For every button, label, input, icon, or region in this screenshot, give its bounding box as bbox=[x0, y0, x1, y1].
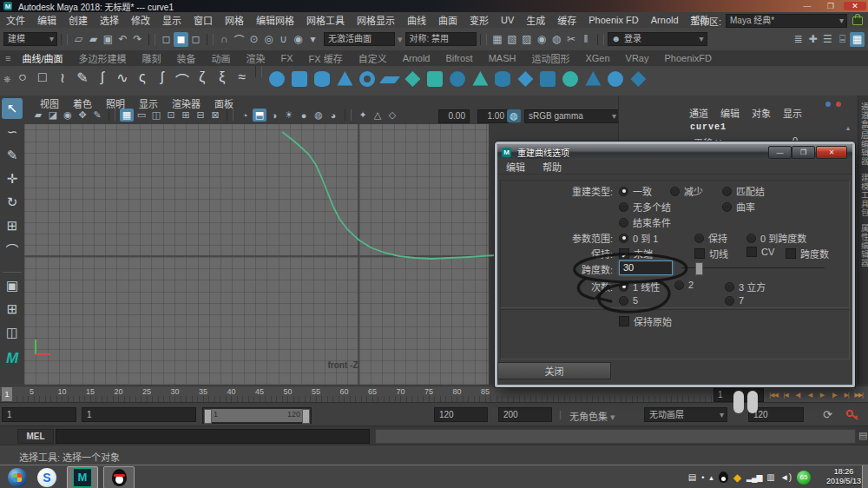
hypershade-icon[interactable]: ◍ bbox=[549, 32, 564, 47]
nurbs-plane-icon[interactable] bbox=[379, 76, 400, 83]
sidebar-vertical-tab[interactable]: 通道盒/层编辑器 bbox=[859, 102, 868, 167]
menu-item[interactable]: 窗口 bbox=[187, 13, 219, 27]
shelf-tab[interactable]: VRay bbox=[618, 53, 657, 63]
no-active-surface-field[interactable]: 无激活曲面 bbox=[324, 32, 395, 46]
step-back-frame-button[interactable]: |◀ bbox=[779, 388, 792, 401]
redo-icon[interactable]: ↷ bbox=[130, 32, 145, 47]
login-dropdown[interactable]: ☻ 登录 ▾ bbox=[608, 32, 707, 46]
qq-tray-icon[interactable] bbox=[719, 472, 728, 483]
snap-curve-icon[interactable]: ⌒ bbox=[232, 32, 247, 47]
script-editor-icon[interactable]: ▤ bbox=[858, 430, 867, 441]
menu-item[interactable]: 网格工具 bbox=[300, 13, 351, 27]
trim-icon[interactable] bbox=[585, 71, 601, 87]
auto-keyframe-icon[interactable] bbox=[845, 408, 859, 422]
shadows-icon[interactable]: ● bbox=[297, 109, 311, 122]
exposure-field[interactable]: 0.00 bbox=[438, 109, 470, 123]
channel-box-menu-item[interactable]: 编辑 bbox=[714, 106, 746, 120]
workspace-lock-icon[interactable] bbox=[852, 16, 863, 25]
safe-action-icon[interactable]: ⊟ bbox=[194, 109, 207, 122]
range-slider-right-handle[interactable] bbox=[302, 409, 310, 424]
isolate-select-icon[interactable]: ✦ bbox=[356, 109, 370, 122]
snap-options-arrow-icon[interactable]: ▾ bbox=[306, 32, 320, 47]
bookmark-icon[interactable]: ◪ bbox=[46, 109, 60, 122]
select-tool[interactable]: ↖ bbox=[2, 98, 23, 119]
option-degree-5[interactable]: 5 bbox=[619, 295, 638, 306]
animation-end-field[interactable]: 200 bbox=[498, 407, 552, 422]
wireframe-icon[interactable]: ◔ bbox=[238, 109, 252, 122]
animation-preferences-icon[interactable]: ⟳ bbox=[823, 408, 832, 421]
xray-icon[interactable]: △ bbox=[371, 109, 385, 122]
play-backward-button[interactable]: ◀ bbox=[804, 388, 816, 401]
playback-start-field[interactable]: 1 bbox=[2, 407, 76, 422]
scroll-up-icon[interactable]: ▴ bbox=[846, 124, 850, 132]
menu-item[interactable]: 网格 bbox=[219, 13, 250, 27]
check-keep-original[interactable]: 保持原始 bbox=[619, 314, 672, 328]
anim-layer-dropdown[interactable]: 无动画层▾ bbox=[644, 407, 727, 422]
sidebar-vertical-tab[interactable]: 建模工具包 bbox=[859, 174, 868, 217]
sogou-browser-button[interactable]: S bbox=[32, 467, 62, 488]
launch-render-icon[interactable]: ✂ bbox=[564, 32, 579, 47]
undo-icon[interactable]: ↶ bbox=[115, 32, 130, 47]
menu-item[interactable]: 选择 bbox=[94, 13, 125, 27]
open-scene-icon[interactable]: ▰ bbox=[86, 32, 101, 47]
snap-point-icon[interactable]: ⊙ bbox=[247, 32, 261, 47]
check-cvs[interactable]: CV bbox=[746, 247, 774, 257]
use-all-lights-icon[interactable]: ☀ bbox=[282, 109, 296, 122]
select-component-icon[interactable]: ◻ bbox=[188, 32, 203, 47]
loft-icon[interactable] bbox=[427, 71, 443, 87]
range-slider-left-handle[interactable] bbox=[204, 409, 212, 424]
arc-3pt-icon[interactable]: ς bbox=[132, 69, 152, 85]
shelf-tab[interactable]: 渲染 bbox=[238, 51, 273, 65]
snap-plane-icon[interactable]: ∪ bbox=[276, 32, 291, 47]
shelf-gear-icon[interactable]: ❋ bbox=[3, 75, 10, 84]
play-forward-button[interactable]: ▶ bbox=[816, 388, 828, 401]
boundary-icon[interactable] bbox=[517, 71, 533, 87]
dialog-title-bar[interactable]: M 重建曲线选项 — ❐ ✕ bbox=[497, 144, 852, 160]
save-scene-icon[interactable]: ▣ bbox=[101, 32, 115, 47]
channel-box-menu-item[interactable]: 显示 bbox=[777, 106, 808, 120]
menu-item[interactable]: 缓存 bbox=[551, 13, 582, 27]
menu-item[interactable]: 曲线 bbox=[401, 13, 432, 27]
nurbs-cylinder-icon[interactable] bbox=[314, 71, 330, 87]
menu-set-dropdown[interactable]: 建模 ▾ bbox=[3, 32, 57, 46]
grease-pencil-icon[interactable]: ✎ bbox=[90, 109, 104, 122]
last-tool[interactable]: ⌒ bbox=[2, 239, 23, 260]
shelf-menu-icon[interactable]: ≡ bbox=[5, 53, 10, 63]
select-object-icon[interactable]: ◼ bbox=[174, 32, 188, 47]
menu-item[interactable]: 网格显示 bbox=[351, 13, 401, 27]
planar-icon[interactable] bbox=[450, 71, 465, 87]
channel-box-toggle-icon[interactable]: ▦ bbox=[850, 32, 865, 47]
menu-item[interactable]: 文件 bbox=[0, 13, 31, 27]
option-no-multiple-knots[interactable]: 无多个结 bbox=[619, 200, 671, 214]
camera-attributes-icon[interactable]: ▰ bbox=[31, 109, 45, 122]
birail-icon[interactable] bbox=[495, 71, 510, 87]
ao-icon[interactable]: ◍ bbox=[312, 109, 326, 122]
view-transform-dropdown[interactable]: sRGB gamma ▾ bbox=[524, 109, 620, 123]
option-keep-range[interactable]: 保持 bbox=[694, 231, 727, 245]
channel-display-dot-icon[interactable] bbox=[825, 102, 831, 107]
taskbar-clock[interactable]: 18:26 2019/5/13 bbox=[826, 467, 861, 486]
animation-start-field[interactable]: 1 bbox=[82, 407, 196, 422]
tool-settings-toggle-icon[interactable]: ⌸ bbox=[835, 32, 850, 47]
start-button[interactable] bbox=[8, 468, 27, 487]
make-live-icon[interactable]: ◉ bbox=[291, 32, 306, 47]
option-uniform[interactable]: 一致 bbox=[619, 184, 652, 198]
menu-item[interactable]: Arnold bbox=[645, 15, 685, 25]
option-degree-7[interactable]: 7 bbox=[725, 295, 744, 306]
nurbs-cone-icon[interactable] bbox=[337, 71, 352, 87]
pause-icon[interactable]: ‖ bbox=[579, 32, 594, 47]
menu-item[interactable]: 修改 bbox=[125, 13, 156, 27]
render-view-icon[interactable]: ▦ bbox=[490, 32, 505, 47]
chevron-down-icon[interactable]: ▾ bbox=[398, 34, 403, 45]
curve-fillet-icon[interactable]: ⌒ bbox=[172, 69, 192, 90]
range-slider[interactable]: 1 120 bbox=[202, 407, 312, 424]
tray-expand-icon[interactable]: ▴ bbox=[709, 473, 713, 482]
shelf-tab[interactable]: XGen bbox=[577, 53, 617, 63]
dialog-minimize-button[interactable]: — bbox=[768, 146, 792, 159]
gate-mask-icon[interactable]: ⊡ bbox=[164, 109, 178, 122]
tray-dot-icon[interactable]: • bbox=[701, 473, 704, 482]
extrude-icon[interactable] bbox=[472, 71, 488, 87]
layout-four-pane-button[interactable]: ⊞ bbox=[2, 299, 23, 320]
step-forward-key-button[interactable]: |▶ bbox=[828, 388, 840, 401]
shelf-tab[interactable]: 动画 bbox=[203, 51, 238, 65]
